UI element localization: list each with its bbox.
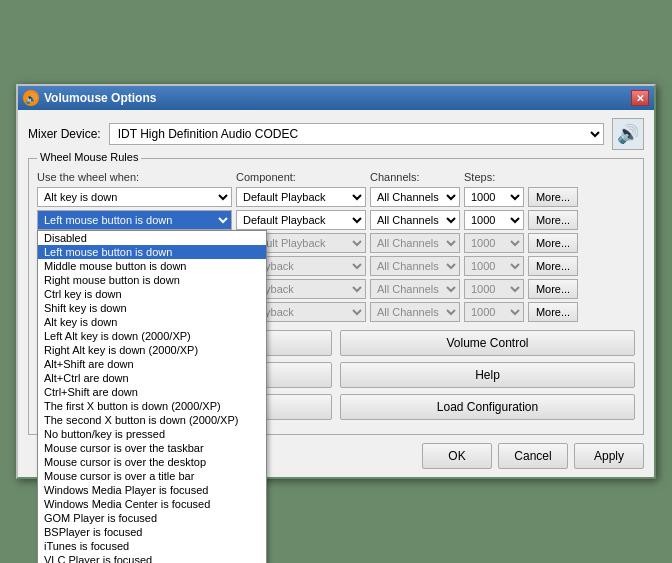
titlebar: 🔊 Volumouse Options ✕ [18,86,654,110]
rule-component-select-1[interactable]: Default Playback [236,187,366,207]
dropdown-item-alt-shift[interactable]: Alt+Shift are down [38,357,266,371]
dropdown-item-no-button[interactable]: No button/key is pressed [38,427,266,441]
rule-steps-select-6[interactable]: 1000 [464,302,524,322]
dropdown-item-disabled[interactable]: Disabled [38,231,266,245]
mixer-icon: 🔊 [612,118,644,150]
window-title: Volumouse Options [44,91,156,105]
dropdown-item-second-x[interactable]: The second X button is down (2000/XP) [38,413,266,427]
more-button-6[interactable]: More... [528,302,578,322]
dropdown-item-vlc[interactable]: VLC Player is focused [38,553,266,563]
load-config-button[interactable]: Load Configuration [340,394,635,420]
rule-when-select-1[interactable]: Alt key is down [37,187,232,207]
rule-steps-select-3[interactable]: 1000 [464,233,524,253]
more-button-2[interactable]: More... [528,210,578,230]
rule-channels-select-1[interactable]: All Channels [370,187,460,207]
dropdown-item-itunes[interactable]: iTunes is focused [38,539,266,553]
dropdown-item-title-bar[interactable]: Mouse cursor is over a title bar [38,469,266,483]
rule-row-1: Alt key is down Default Playback All Cha… [37,187,635,207]
close-button[interactable]: ✕ [631,90,649,106]
rule-channels-select-3[interactable]: All Channels [370,233,460,253]
rule-steps-select-4[interactable]: 1000 [464,256,524,276]
dropdown-item-ctrl-shift[interactable]: Ctrl+Shift are down [38,385,266,399]
volume-control-button[interactable]: Volume Control [340,330,635,356]
wheel-mouse-rules-group: Wheel Mouse Rules Use the wheel when: Co… [28,158,644,435]
rules-header: Use the wheel when: Component: Channels:… [37,165,635,183]
dropdown-item-left-mouse[interactable]: Left mouse button is down [38,245,266,259]
content-area: Mixer Device: IDT High Definition Audio … [18,110,654,477]
more-button-3[interactable]: More... [528,233,578,253]
col-channels-label: Channels: [370,171,460,183]
app-icon: 🔊 [23,90,39,106]
dropdown-item-taskbar[interactable]: Mouse cursor is over the taskbar [38,441,266,455]
dropdown-item-wmc[interactable]: Windows Media Center is focused [38,497,266,511]
dropdown-item-shift[interactable]: Shift key is down [38,301,266,315]
more-button-4[interactable]: More... [528,256,578,276]
dropdown-item-desktop[interactable]: Mouse cursor is over the desktop [38,455,266,469]
group-title: Wheel Mouse Rules [37,151,141,163]
main-window: 🔊 Volumouse Options ✕ Mixer Device: IDT … [16,84,656,479]
col-when-label: Use the wheel when: [37,171,232,183]
ok-button[interactable]: OK [422,443,492,469]
mixer-device-select[interactable]: IDT High Definition Audio CODEC [109,123,604,145]
cancel-button[interactable]: Cancel [498,443,568,469]
help-button[interactable]: Help [340,362,635,388]
dropdown-item-bsplayer[interactable]: BSPlayer is focused [38,525,266,539]
rule-steps-select-1[interactable]: 1000 [464,187,524,207]
rule-channels-select-4[interactable]: All Channels [370,256,460,276]
rule-component-select-2[interactable]: Default Playback [236,210,366,230]
dropdown-item-middle-mouse[interactable]: Middle mouse button is down [38,259,266,273]
col-steps-label: Steps: [464,171,524,183]
dropdown-item-alt[interactable]: Alt key is down [38,315,266,329]
rule-channels-select-5[interactable]: All Channels [370,279,460,299]
col-component-label: Component: [236,171,366,183]
dropdown-item-gom[interactable]: GOM Player is focused [38,511,266,525]
rule-steps-select-2[interactable]: 1000 [464,210,524,230]
dropdown-item-first-x[interactable]: The first X button is down (2000/XP) [38,399,266,413]
dropdown-item-right-mouse[interactable]: Right mouse button is down [38,273,266,287]
rule-steps-select-5[interactable]: 1000 [464,279,524,299]
rule-channels-select-2[interactable]: All Channels [370,210,460,230]
more-button-5[interactable]: More... [528,279,578,299]
dropdown-item-ctrl[interactable]: Ctrl key is down [38,287,266,301]
more-button-1[interactable]: More... [528,187,578,207]
apply-button[interactable]: Apply [574,443,644,469]
mixer-row: Mixer Device: IDT High Definition Audio … [28,118,644,150]
dropdown-item-wmp[interactable]: Windows Media Player is focused [38,483,266,497]
rule-row-2: Left mouse button is down Default Playba… [37,210,635,230]
dropdown-item-left-alt[interactable]: Left Alt key is down (2000/XP) [38,329,266,343]
dropdown-item-alt-ctrl[interactable]: Alt+Ctrl are down [38,371,266,385]
titlebar-left: 🔊 Volumouse Options [23,90,156,106]
dropdown-item-right-alt[interactable]: Right Alt key is down (2000/XP) [38,343,266,357]
rule-channels-select-6[interactable]: All Channels [370,302,460,322]
mixer-label: Mixer Device: [28,127,101,141]
when-dropdown[interactable]: Disabled Left mouse button is down Middl… [37,230,267,563]
rule-when-select-2[interactable]: Left mouse button is down [37,210,232,230]
